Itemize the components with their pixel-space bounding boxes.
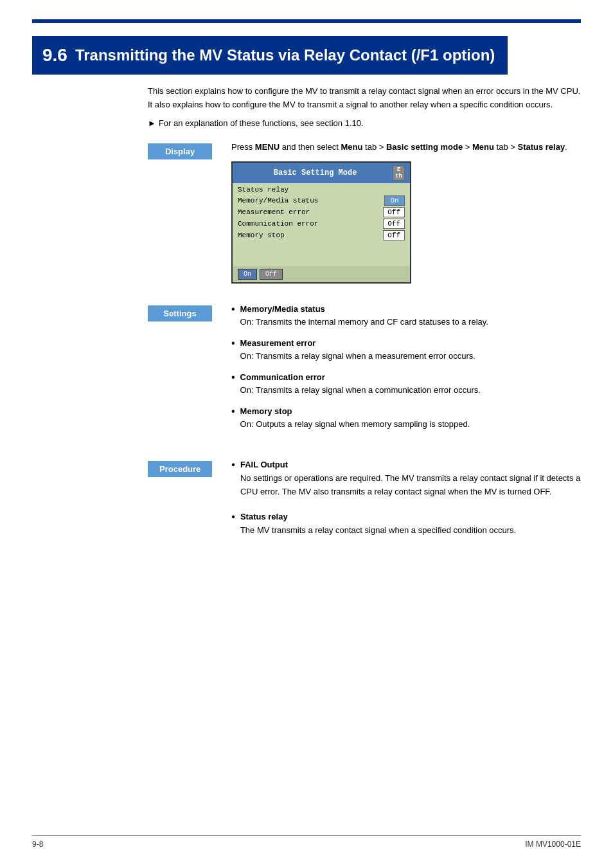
list-item: • Measurement error On: Transmits a rela… — [231, 337, 581, 362]
proc-title-2: Status relay — [240, 512, 288, 521]
settings-list: • Memory/Media status On: Transmits the … — [231, 303, 581, 430]
bullet-icon: • — [231, 303, 235, 315]
bullet-icon: • — [231, 405, 235, 417]
item-desc-4: On: Outputs a relay signal when memory s… — [240, 419, 470, 429]
row4-label: Memory stop — [238, 231, 285, 239]
list-item: • Memory stop On: Outputs a relay signal… — [231, 405, 581, 430]
page-footer: 9-8 IM MV1000-01E — [32, 835, 581, 849]
display-content: Press MENU and then select Menu tab > Ba… — [231, 141, 581, 284]
off-button[interactable]: Off — [260, 269, 283, 280]
row4-value: Off — [383, 230, 405, 240]
row2-label: Measurement error — [238, 208, 310, 216]
screen-title: Basic Setting Mode — [238, 168, 393, 177]
item-content-1: Memory/Media status On: Transmits the in… — [240, 303, 488, 328]
bullet-icon: • — [231, 511, 235, 523]
row1-label: Memory/Media status — [238, 197, 318, 204]
screen-row-3: Communication error Off — [238, 219, 405, 229]
row3-label: Communication error — [238, 220, 318, 228]
procedure-section: Procedure • FAIL Output No settings or o… — [148, 458, 581, 548]
on-button[interactable]: On — [238, 269, 257, 280]
page-container: 9.6 Transmitting the MV Status via Relay… — [0, 0, 613, 868]
list-item: • Communication error On: Transmits a re… — [231, 371, 581, 396]
item-desc-3: On: Transmits a relay signal when a comm… — [240, 385, 481, 395]
row3-value: Off — [383, 219, 405, 229]
display-section: Display Press MENU and then select Menu … — [148, 141, 581, 284]
ethernet-icon: Eth — [393, 165, 405, 181]
menu-tab2-keyword: Menu — [472, 142, 494, 152]
item-content-4: Memory stop On: Outputs a relay signal w… — [240, 405, 470, 430]
screen-row-1: Memory/Media status On — [238, 195, 405, 206]
proc-desc-1: No settings or operations are required. … — [240, 472, 581, 499]
screen-mockup: Basic Setting Mode Eth Status relay Memo… — [231, 161, 411, 284]
item-desc-2: On: Transmits a relay signal when a meas… — [240, 351, 475, 361]
procedure-content: • FAIL Output No settings or operations … — [231, 458, 581, 548]
screen-section-title: Status relay — [238, 186, 405, 194]
procedure-label: Procedure — [148, 461, 212, 477]
section-number: 9.6 — [42, 45, 67, 66]
screen-body: Status relay Memory/Media status On Meas… — [233, 183, 410, 266]
bullet-icon: • — [231, 337, 235, 349]
arrow-note: ► For an explanation of these functions,… — [148, 118, 581, 128]
item-desc-1: On: Transmits the internal memory and CF… — [240, 317, 488, 327]
procedure-list: • FAIL Output No settings or operations … — [231, 458, 581, 537]
item-content-3: Communication error On: Transmits a rela… — [240, 371, 481, 396]
settings-section: Settings • Memory/Media status On: Trans… — [148, 303, 581, 439]
screen-row-4: Memory stop Off — [238, 230, 405, 240]
settings-label: Settings — [148, 305, 212, 321]
display-instruction: Press MENU and then select Menu tab > Ba… — [231, 141, 581, 154]
display-label: Display — [148, 143, 212, 159]
item-title-4: Memory stop — [240, 406, 292, 416]
screen-footer: On Off — [233, 266, 410, 282]
section-header: 9.6 Transmitting the MV Status via Relay… — [32, 36, 581, 75]
page-number: 9-8 — [32, 840, 43, 849]
top-border — [32, 19, 581, 23]
settings-content: • Memory/Media status On: Transmits the … — [231, 303, 581, 439]
item-title-3: Communication error — [240, 372, 325, 382]
arrow-icon: ► — [148, 118, 156, 128]
item-title-1: Memory/Media status — [240, 304, 325, 314]
list-item: • Memory/Media status On: Transmits the … — [231, 303, 581, 328]
proc-content-2: Status relay The MV transmits a relay co… — [240, 511, 516, 538]
item-title-2: Measurement error — [240, 338, 316, 348]
proc-desc-2: The MV transmits a relay contact signal … — [240, 524, 516, 538]
basic-setting-keyword: Basic setting mode — [386, 142, 463, 152]
section-title-box: 9.6 Transmitting the MV Status via Relay… — [32, 36, 508, 75]
list-item: • Status relay The MV transmits a relay … — [231, 511, 581, 538]
menu-tab-keyword: Menu — [341, 142, 363, 152]
content-area: This section explains how to configure t… — [32, 85, 581, 548]
list-item: • FAIL Output No settings or operations … — [231, 458, 581, 498]
intro-text: This section explains how to configure t… — [148, 85, 581, 112]
proc-content-1: FAIL Output No settings or operations ar… — [240, 458, 581, 498]
doc-reference: IM MV1000-01E — [525, 840, 581, 849]
menu-keyword: MENU — [255, 142, 280, 152]
bullet-icon: • — [231, 458, 235, 471]
note-text: For an explanation of these functions, s… — [159, 118, 364, 128]
item-content-2: Measurement error On: Transmits a relay … — [240, 337, 475, 362]
bullet-icon: • — [231, 371, 235, 383]
section-title: Transmitting the MV Status via Relay Con… — [75, 46, 495, 65]
row1-value: On — [384, 195, 405, 206]
status-relay-keyword: Status relay — [517, 142, 565, 152]
row2-value: Off — [383, 207, 405, 217]
screen-row-2: Measurement error Off — [238, 207, 405, 217]
proc-title-1: FAIL Output — [240, 460, 288, 469]
screen-header: Basic Setting Mode Eth — [233, 163, 410, 183]
